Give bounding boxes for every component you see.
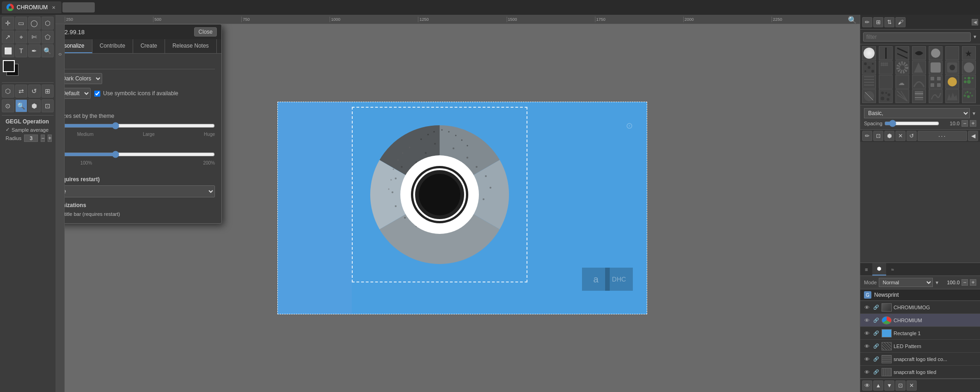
layer-add-btn[interactable]: 👁 [862,380,872,391]
rect-select-tool[interactable]: ▭ [15,17,28,30]
layer-item-chromium[interactable]: 👁 🔗 CHROMIUM [860,314,980,327]
brush-cell-14[interactable] [962,61,976,74]
icon-size-slider[interactable] [65,122,215,129]
brush-delete-btn[interactable]: ✕ [895,131,906,141]
layer-eye-snapcraft[interactable]: 👁 [863,368,870,376]
color-scheme-select[interactable]: Dark Colors [65,73,102,84]
layer-item-snapcraft[interactable]: 👁 🔗 snapcraft logo tiled [860,366,980,379]
brush-cell-10[interactable] [895,61,909,74]
tab-release-notes[interactable]: Release Notes [165,39,217,53]
panel-right-collapse[interactable]: ◀ [968,131,978,141]
brush-cell-22[interactable] [862,89,876,103]
layer-eye-snapcraft-co[interactable]: 👁 [863,355,870,363]
brush-cell-1[interactable] [862,46,876,60]
navigate-btn[interactable]: ⊙ [2,99,14,112]
brush-cell-8[interactable] [862,61,876,74]
pen-tool[interactable]: ✒ [28,44,41,57]
select-by-color[interactable]: ⌖ [15,31,28,43]
move-tool[interactable]: ✛ [2,17,14,30]
opacity-minus-btn[interactable]: − [962,279,968,286]
quick-mask-btn[interactable]: ⬡ [2,85,14,98]
layer-eye-led[interactable]: 👁 [863,343,870,350]
layer-up-btn[interactable]: ▲ [873,380,883,391]
symbolic-icons-checkbox[interactable] [94,91,100,97]
brush-cell-26[interactable] [929,89,943,103]
icon-theme-select[interactable]: Default [65,88,91,99]
brush-cell-18[interactable] [912,75,926,89]
layer-delete-btn[interactable]: ✕ [906,380,917,391]
layer-eye-rectangle[interactable]: 👁 [863,330,870,337]
foreground-color-swatch[interactable] [3,60,15,72]
rp-pencil-btn[interactable]: ✏ [862,17,872,27]
brush-cell-27[interactable] [945,89,959,103]
layer-duplicate-btn[interactable]: ⊡ [895,380,906,391]
tab-create[interactable]: Create [133,39,165,53]
layers-tab-layers[interactable]: ⬢ [872,263,886,276]
brush-cell-19[interactable] [929,75,943,89]
brush-cell-4[interactable] [912,46,926,60]
ellipse-select-tool[interactable]: ◯ [28,17,41,30]
brush-cell-6[interactable] [945,46,959,60]
brush-cell-2[interactable] [879,46,893,60]
brush-edit-btn[interactable]: ✏ [862,131,872,141]
brush-cell-5[interactable] [929,46,943,60]
active-tool[interactable]: 🔍 [15,99,28,112]
layers-tab-channels[interactable]: ≈ [886,263,898,276]
free-select-tool[interactable]: ⬡ [42,17,54,30]
spacing-minus-btn[interactable]: − [962,120,968,127]
font-size-slider[interactable] [65,151,215,158]
tab-personalize[interactable]: Personalize [65,39,92,53]
radius-plus-btn[interactable]: + [48,135,52,142]
swap-colors-btn[interactable]: ⇄ [15,85,28,98]
align-tool[interactable]: ⬜ [2,44,14,57]
brush-cell-17[interactable]: ☁ [895,75,909,89]
reset-colors-btn[interactable]: ↺ [28,85,41,98]
brush-cell-13[interactable] [945,61,959,74]
layer-eye-chromium[interactable]: 👁 [863,317,870,324]
brush-cell-3[interactable] [895,46,909,60]
brush-preset-select[interactable]: Basic, [864,108,970,118]
spacing-plus-btn[interactable]: + [970,120,976,127]
brush-cell-7[interactable]: ★ [962,46,976,60]
text-tool[interactable]: T [15,44,28,57]
layers-tab-list[interactable]: ≡ [860,263,872,276]
foreground-select[interactable]: ⬠ [42,31,54,43]
brush-cell-11[interactable] [912,61,926,74]
rp-collapse-btn[interactable]: ◀ [972,19,978,25]
brush-cell-9[interactable] [879,61,893,74]
layer-eye-chromiumog[interactable]: 👁 [863,304,870,311]
brush-cell-25[interactable] [912,89,926,103]
brush-preset-arrow[interactable]: ▼ [972,111,976,116]
zoom-tool[interactable]: 🔍 [42,44,54,57]
rp-grid-btn[interactable]: ⊞ [873,17,883,27]
blank-tab[interactable] [62,2,95,12]
canvas-container[interactable]: ⊙ a DHC Welcome to GIMP 2.99.18 Close We… [65,24,860,392]
zoom-icon[interactable]: 🔍 [848,16,857,24]
symbolic-icons-label[interactable]: Use symbolic icons if available [94,90,178,97]
brush-cell-15[interactable] [862,75,876,89]
dialog-close-button[interactable]: Close [194,27,217,37]
brush-cell-23[interactable] [879,89,893,103]
brush-cell-24[interactable] [895,89,909,103]
layer-item-chromiumog[interactable]: 👁 🔗 CHROMIUMOG [860,301,980,314]
brush-cell-12[interactable] [929,61,943,74]
brush-more-btn[interactable]: ··· [918,131,967,141]
brush-filter-input[interactable] [863,32,971,42]
brush-paste-btn[interactable]: ⬢ [884,131,894,141]
opacity-plus-btn[interactable]: + [970,279,976,286]
brush-cell-16[interactable] [879,75,893,89]
radius-minus-btn[interactable]: − [41,135,45,142]
transform-btn[interactable]: ⬢ [28,99,41,112]
extra-btn[interactable]: ⊡ [42,99,54,112]
filter-arrow-icon[interactable]: ▼ [973,34,977,39]
radius-input[interactable] [24,135,38,142]
new-image-btn[interactable]: ⊞ [42,85,54,98]
tab-close-btn[interactable]: ✕ [50,4,57,11]
brush-copy-btn[interactable]: ⊡ [873,131,883,141]
layer-item-led[interactable]: 👁 🔗 LED Pattern [860,340,980,353]
rp-paint-btn[interactable]: 🖌 [895,17,906,27]
spacing-slider[interactable] [884,121,939,126]
rp-arrows-btn[interactable]: ⇅ [884,17,894,27]
scissors-select[interactable]: ✄ [28,31,41,43]
active-tab[interactable]: CHROMIUM ✕ [2,1,61,13]
